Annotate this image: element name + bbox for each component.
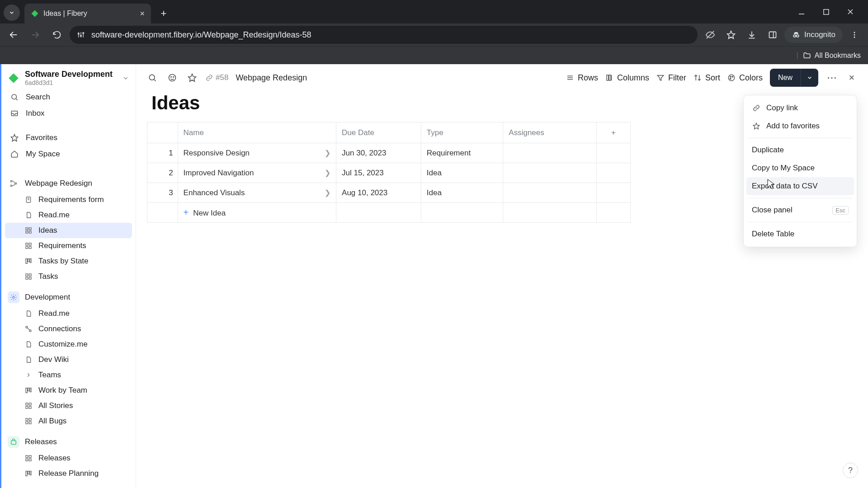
sidebar-item-requirements[interactable]: Requirements <box>1 238 136 253</box>
menu-add-favorites[interactable]: Add to favorites <box>746 117 854 135</box>
svg-rect-44 <box>30 259 31 263</box>
new-row-button[interactable]: +New Idea <box>147 203 631 223</box>
sidebar-item-readme[interactable]: Read.me <box>1 207 136 223</box>
add-column-button[interactable]: + <box>596 122 630 143</box>
menu-copy-to-myspace[interactable]: Copy to My Space <box>746 159 854 177</box>
record-ref[interactable]: #58 <box>206 73 228 82</box>
browser-tab[interactable]: Ideas | Fibery × <box>24 4 151 23</box>
eye-off-icon[interactable] <box>701 26 719 44</box>
cell-name[interactable]: Improved Navigation ❯ <box>178 163 336 183</box>
cell-assignees[interactable] <box>503 143 597 163</box>
sidebar-search[interactable]: Search <box>1 89 136 105</box>
window-close-button[interactable] <box>840 5 861 19</box>
site-settings-icon[interactable] <box>77 31 85 39</box>
open-record-icon[interactable]: ❯ <box>325 149 330 157</box>
menu-delete-table[interactable]: Delete Table <box>746 225 854 243</box>
sidebar-section-development[interactable]: Development <box>1 289 136 306</box>
table-row[interactable]: 3 Enhanced Visuals ❯ Aug 10, 2023 Idea <box>147 183 631 203</box>
toolbar-search-button[interactable] <box>146 71 159 84</box>
sort-control[interactable]: Sort <box>693 73 720 83</box>
sidebar-item-all-bugs[interactable]: All Bugs <box>1 413 136 429</box>
sidebar-item-work-by-team[interactable]: Work by Team <box>1 383 136 398</box>
sidebar-section-releases[interactable]: Releases <box>1 433 136 450</box>
sidebar-item-release-planning[interactable]: Release Planning <box>1 466 136 481</box>
nav-forward-button[interactable] <box>26 26 44 44</box>
tab-search-button[interactable] <box>4 5 20 21</box>
toolbar-emoji-button[interactable] <box>166 71 179 84</box>
sidebar-item-dev-readme[interactable]: Read.me <box>1 306 136 321</box>
cell-due[interactable]: Aug 10, 2023 <box>336 183 421 203</box>
svg-point-22 <box>854 34 855 36</box>
sidebar-favorites[interactable]: Favorites <box>1 130 136 146</box>
item-label: All Bugs <box>38 417 66 426</box>
sidebar-item-ideas[interactable]: Ideas <box>5 223 132 238</box>
bookmark-star-icon[interactable] <box>722 26 740 44</box>
new-tab-button[interactable]: + <box>156 5 172 22</box>
cell-assignees[interactable] <box>503 163 597 183</box>
sidebar-item-connections[interactable]: Connections <box>1 321 136 337</box>
cell-assignees[interactable] <box>503 183 597 203</box>
incognito-badge[interactable]: Incognito <box>784 27 843 43</box>
sidebar-item-tasks-by-state[interactable]: Tasks by State <box>1 253 136 269</box>
sidebar-item-teams[interactable]: Teams <box>1 367 136 383</box>
downloads-icon[interactable] <box>743 26 761 44</box>
cell-name[interactable]: Responsive Design ❯ <box>178 143 336 163</box>
rows-icon <box>566 74 574 82</box>
nav-reload-button[interactable] <box>48 26 66 44</box>
table-row[interactable]: 2 Improved Navigation ❯ Jul 15, 2023 Ide… <box>147 163 631 183</box>
sidebar-item-requirements-form[interactable]: Requirements form <box>1 192 136 207</box>
url-input[interactable]: software-development.fibery.io/Webpage_R… <box>70 26 698 44</box>
sidebar-item-dev-wiki[interactable]: Dev Wiki <box>1 352 136 367</box>
development-icon <box>8 291 19 303</box>
filter-control[interactable]: Filter <box>656 73 686 83</box>
breadcrumb-title[interactable]: Webpage Redesign <box>236 73 307 83</box>
col-header-assignees[interactable]: Assignees <box>503 122 597 143</box>
columns-control[interactable]: Columns <box>605 73 649 83</box>
cell-due[interactable]: Jun 30, 2023 <box>336 143 421 163</box>
cell-name[interactable]: Enhanced Visuals ❯ <box>178 183 336 203</box>
cell-type[interactable]: Idea <box>421 183 503 203</box>
workspace-switcher[interactable]: Software Development 6ad8d3d1 <box>1 64 136 89</box>
open-record-icon[interactable]: ❯ <box>325 169 330 177</box>
sidebar-item-tasks[interactable]: Tasks <box>1 269 136 284</box>
all-bookmarks-button[interactable]: All Bookmarks <box>803 52 861 60</box>
col-header-due[interactable]: Due Date <box>336 122 421 143</box>
rows-control[interactable]: Rows <box>566 73 598 83</box>
row-number: 3 <box>147 183 178 203</box>
side-panel-icon[interactable] <box>764 26 782 44</box>
new-button[interactable]: New <box>770 69 818 87</box>
more-options-button[interactable]: ⋯ <box>826 71 838 84</box>
sidebar-section-webpage-redesign[interactable]: Webpage Redesign <box>1 175 136 192</box>
sidebar-item-all-stories[interactable]: All Stories <box>1 398 136 413</box>
window-maximize-button[interactable] <box>816 5 836 19</box>
cell-due[interactable]: Jul 15, 2023 <box>336 163 421 183</box>
menu-close-panel[interactable]: Close panel Esc <box>746 201 854 219</box>
table-row[interactable]: 1 Responsive Design ❯ Jun 30, 2023 Requi… <box>147 143 631 163</box>
sidebar-inbox[interactable]: Inbox <box>1 105 136 122</box>
colors-control[interactable]: Colors <box>727 73 763 83</box>
menu-export-csv[interactable]: Export data to CSV <box>746 177 854 195</box>
nav-back-button[interactable] <box>5 26 23 44</box>
sidebar-item-customize[interactable]: Customize.me <box>1 337 136 352</box>
chrome-menu-button[interactable] <box>845 26 863 44</box>
menu-duplicate[interactable]: Duplicate <box>746 141 854 159</box>
open-record-icon[interactable]: ❯ <box>325 188 330 197</box>
menu-copy-link[interactable]: Copy link <box>746 99 854 117</box>
new-button-caret[interactable] <box>801 69 818 87</box>
svg-rect-56 <box>26 403 28 405</box>
star-icon <box>752 122 761 130</box>
col-header-name[interactable]: Name <box>178 122 336 143</box>
window-minimize-button[interactable] <box>791 5 812 19</box>
panel-close-button[interactable]: × <box>845 71 858 84</box>
cell-type[interactable]: Requirement <box>421 143 503 163</box>
toolbar-favorite-button[interactable] <box>186 71 198 84</box>
menu-item-label: Close panel <box>752 206 793 215</box>
col-header-type[interactable]: Type <box>421 122 503 143</box>
help-button[interactable]: ? <box>843 463 858 478</box>
item-label: Tasks by State <box>38 257 89 266</box>
sidebar-item-releases[interactable]: Releases <box>1 450 136 466</box>
cell-type[interactable]: Idea <box>421 163 503 183</box>
address-bar: software-development.fibery.io/Webpage_R… <box>0 23 868 46</box>
tab-close-button[interactable]: × <box>140 9 145 19</box>
sidebar-myspace[interactable]: My Space <box>1 146 136 162</box>
